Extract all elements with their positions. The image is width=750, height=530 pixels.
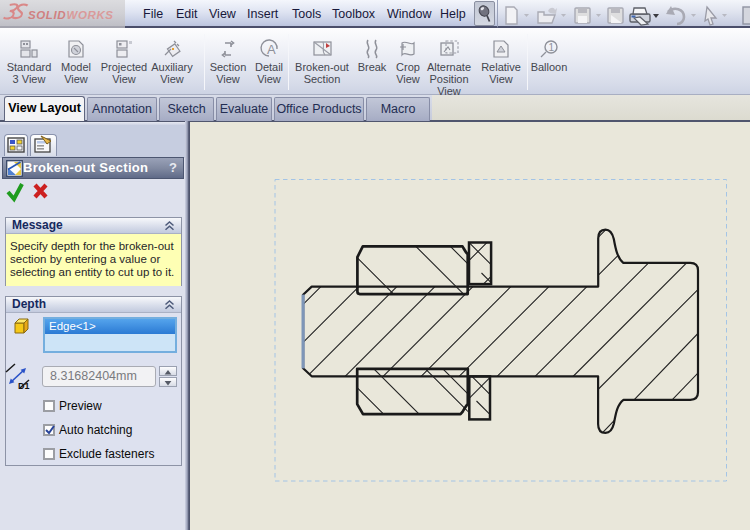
svg-text:WORKS: WORKS	[67, 9, 114, 21]
svg-text:1: 1	[549, 42, 555, 53]
svg-text:SOLID: SOLID	[28, 9, 66, 21]
svg-text:A: A	[267, 42, 276, 57]
svg-text:D1: D1	[18, 381, 30, 391]
